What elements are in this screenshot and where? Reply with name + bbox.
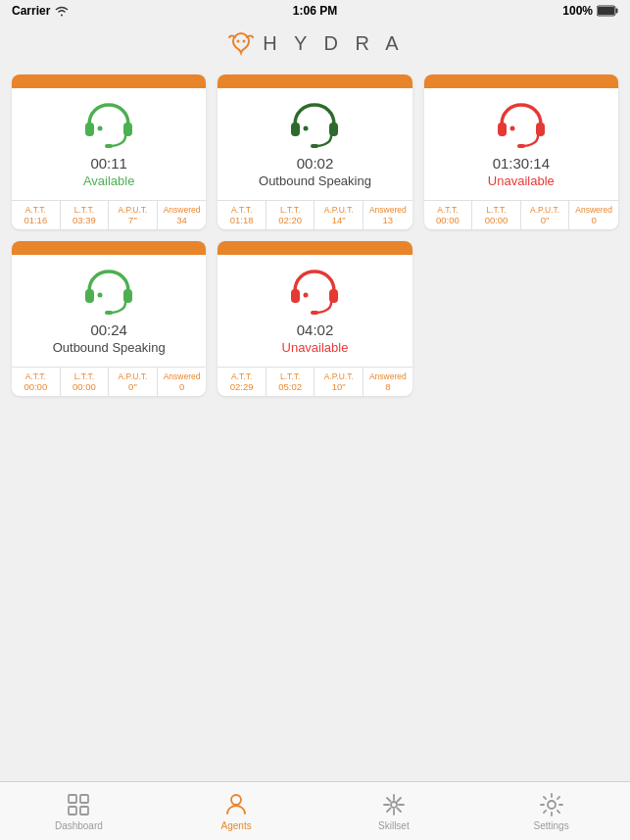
agent-status: Available xyxy=(83,173,135,188)
stat-cell: A.P.U.T. 14" xyxy=(315,201,363,229)
stat-cell: L.T.T. 00:00 xyxy=(61,368,110,396)
tab-agents-label: Agents xyxy=(221,820,252,831)
stat-cell: Answered 0 xyxy=(569,201,618,229)
agent-card-body: 04:02 Unavailable xyxy=(218,255,412,367)
agent-status: Outbound Speaking xyxy=(259,173,371,188)
stat-cell: A.P.U.T. 0" xyxy=(109,368,158,396)
svg-rect-28 xyxy=(80,807,88,815)
stat-value: 14" xyxy=(332,215,346,225)
tab-settings[interactable]: Settings xyxy=(472,786,630,837)
status-bar-left: Carrier xyxy=(12,4,70,18)
stats-row: A.T.T. 02:29 L.T.T. 05:02 A.P.U.T. 10" A… xyxy=(218,367,412,396)
stat-cell: A.P.U.T. 0" xyxy=(521,201,570,229)
agent-status: Outbound Speaking xyxy=(53,340,166,355)
svg-rect-21 xyxy=(291,289,300,303)
tab-skillset[interactable]: Skillset xyxy=(315,786,473,837)
stat-label: Answered xyxy=(369,371,407,381)
app-header: H Y D R A xyxy=(0,22,630,67)
agent-time: 01:30:14 xyxy=(493,155,550,172)
stat-label: Answered xyxy=(164,371,201,381)
agents-grid: 00:11 Available A.T.T. 01:16 L.T.T. 03:3… xyxy=(0,67,630,404)
stat-value: 01:16 xyxy=(24,215,47,225)
agent-time: 00:02 xyxy=(297,155,334,172)
svg-rect-23 xyxy=(311,311,318,315)
stat-label: A.P.U.T. xyxy=(118,371,147,381)
svg-rect-10 xyxy=(329,123,338,136)
svg-rect-5 xyxy=(85,123,94,136)
svg-rect-9 xyxy=(291,123,300,136)
stat-label: A.T.T. xyxy=(25,205,46,215)
agent-card-2: 00:02 Outbound Speaking A.T.T. 01:18 L.T… xyxy=(218,74,412,229)
stat-cell: A.T.T. 00:00 xyxy=(424,201,473,229)
svg-rect-13 xyxy=(498,123,507,136)
svg-point-31 xyxy=(548,801,556,809)
tab-agents[interactable]: Agents xyxy=(158,786,315,837)
battery-label: 100% xyxy=(562,4,593,18)
svg-point-8 xyxy=(98,126,103,131)
skillset-icon xyxy=(381,792,407,817)
stat-label: Answered xyxy=(164,205,201,215)
stat-value: 00:00 xyxy=(485,215,509,225)
agent-status: Unavailable xyxy=(282,340,349,355)
svg-rect-27 xyxy=(69,807,76,815)
stat-cell: A.T.T. 01:16 xyxy=(12,201,61,229)
svg-rect-7 xyxy=(105,144,113,148)
svg-point-12 xyxy=(304,126,309,131)
svg-rect-2 xyxy=(616,9,618,14)
stat-value: 34 xyxy=(176,215,187,225)
stat-value: 13 xyxy=(383,215,394,225)
svg-rect-17 xyxy=(85,289,94,303)
svg-rect-1 xyxy=(598,7,614,15)
battery-icon xyxy=(597,5,618,17)
agent-card-body: 01:30:14 Unavailable xyxy=(424,88,618,200)
stats-row: A.T.T. 01:16 L.T.T. 03:39 A.P.U.T. 7" An… xyxy=(12,200,206,229)
stat-label: L.T.T. xyxy=(280,205,300,215)
stat-value: 02:20 xyxy=(278,215,302,225)
stat-value: 01:18 xyxy=(230,215,254,225)
stat-value: 0" xyxy=(541,215,550,225)
tab-settings-label: Settings xyxy=(534,820,569,831)
status-bar-right: 100% xyxy=(562,4,618,18)
stat-cell: A.P.U.T. 10" xyxy=(315,368,363,396)
stat-label: A.T.T. xyxy=(437,205,458,215)
stat-cell: A.T.T. 00:00 xyxy=(12,368,61,396)
svg-rect-14 xyxy=(536,123,545,136)
agent-card-header xyxy=(218,241,412,255)
stat-value: 10" xyxy=(332,381,346,392)
svg-rect-6 xyxy=(123,123,132,136)
stat-value: 00:00 xyxy=(436,215,460,225)
agents-icon xyxy=(223,792,249,817)
svg-rect-19 xyxy=(105,311,113,315)
headset-icon xyxy=(285,100,344,149)
stat-cell: L.T.T. 03:39 xyxy=(61,201,110,229)
tab-skillset-label: Skillset xyxy=(378,820,410,831)
agent-card-header xyxy=(12,74,206,88)
svg-rect-26 xyxy=(80,795,88,803)
agent-card-1: 00:11 Available A.T.T. 01:16 L.T.T. 03:3… xyxy=(12,74,206,229)
stat-label: A.T.T. xyxy=(231,371,252,381)
stat-label: L.T.T. xyxy=(74,371,94,381)
hydra-logo-icon xyxy=(225,29,257,57)
carrier-label: Carrier xyxy=(12,4,50,18)
agent-card-body: 00:02 Outbound Speaking xyxy=(218,88,412,200)
stat-value: 0 xyxy=(592,215,597,225)
stat-label: A.P.U.T. xyxy=(118,205,147,215)
svg-point-29 xyxy=(231,795,241,805)
svg-rect-15 xyxy=(517,144,525,148)
tab-dashboard-label: Dashboard xyxy=(55,820,103,831)
tab-dashboard[interactable]: Dashboard xyxy=(0,786,158,837)
stat-cell: A.T.T. 02:29 xyxy=(218,368,267,396)
stat-cell: A.P.U.T. 7" xyxy=(109,201,158,229)
agent-card-header xyxy=(218,74,412,88)
agent-card-header xyxy=(424,74,618,88)
agent-card-5: 04:02 Unavailable A.T.T. 02:29 L.T.T. 05… xyxy=(218,241,412,396)
stat-value: 0" xyxy=(128,381,137,392)
stat-value: 0 xyxy=(179,381,184,392)
stat-cell: Answered 34 xyxy=(158,201,207,229)
stat-label: A.P.U.T. xyxy=(324,205,354,215)
svg-point-20 xyxy=(98,293,103,298)
agent-time: 04:02 xyxy=(297,321,334,338)
stat-cell: A.T.T. 01:18 xyxy=(218,201,267,229)
settings-icon xyxy=(539,792,564,817)
svg-rect-22 xyxy=(329,289,338,303)
